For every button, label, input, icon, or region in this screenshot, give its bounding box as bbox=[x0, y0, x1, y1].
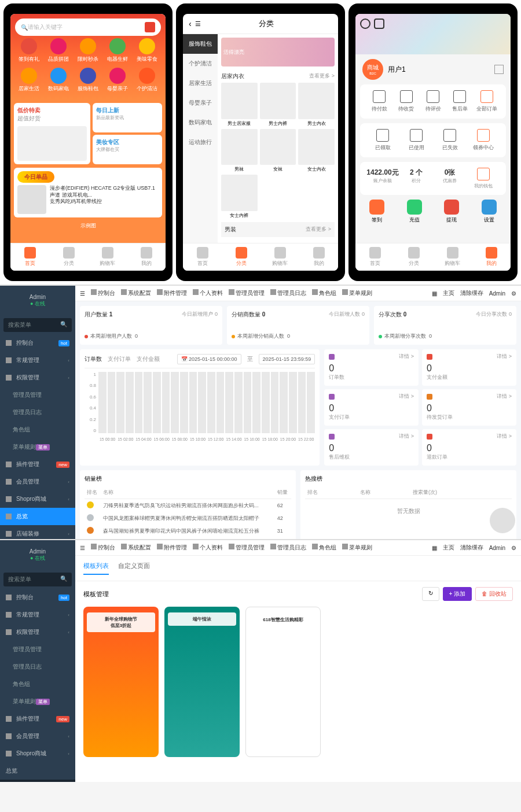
sidebar-subitem[interactable]: 菜单规则菜单 bbox=[0, 438, 75, 456]
mini-stat[interactable]: 详情 >0退款订单 bbox=[422, 429, 516, 466]
category-item[interactable]: 签到有礼 bbox=[15, 38, 42, 63]
more-link[interactable]: 查看更多 > bbox=[309, 72, 335, 80]
sidebar-item[interactable]: 会员管理‹ bbox=[0, 728, 75, 745]
action-充值[interactable]: 充值 bbox=[398, 200, 432, 224]
action-提现[interactable]: 提现 bbox=[435, 200, 469, 224]
date-to[interactable]: 2025-01-15 23:59:59 bbox=[259, 354, 315, 364]
order-status[interactable]: 售后单 bbox=[446, 90, 473, 113]
back-icon[interactable]: ‹ bbox=[189, 19, 192, 28]
topbar-link[interactable]: 清除缓存 bbox=[460, 289, 483, 297]
topbar-link[interactable]: 管理员日志 bbox=[270, 544, 306, 551]
action-设置[interactable]: 设置 bbox=[472, 200, 507, 224]
product-item[interactable]: 男袜 bbox=[221, 129, 258, 173]
sidebar-item[interactable]: 控制台hot bbox=[0, 334, 75, 352]
coupon-status[interactable]: 已使用 bbox=[399, 129, 433, 152]
mini-stat[interactable]: 详情 >0售后维权 bbox=[324, 429, 419, 466]
side-cat[interactable]: 个护清洁 bbox=[183, 54, 218, 73]
tab-购物车[interactable]: 购物车 bbox=[433, 247, 472, 267]
template-card[interactable]: 新年全球购物节低至3折起 bbox=[83, 607, 159, 757]
sidebar-item[interactable]: 权限管理‹ bbox=[0, 623, 75, 641]
product-item[interactable]: 男士居家服 bbox=[221, 83, 258, 127]
add-button[interactable]: + 添加 bbox=[443, 587, 472, 601]
tab-我的[interactable]: 我的 bbox=[299, 247, 338, 267]
grid-icon[interactable]: ▦ bbox=[432, 290, 437, 297]
menu-toggle-icon[interactable]: ☰ bbox=[80, 290, 85, 297]
product-item[interactable]: 男士内衣 bbox=[298, 83, 335, 127]
category-item[interactable]: 服饰鞋包 bbox=[74, 68, 101, 93]
order-status[interactable]: 待付款 bbox=[366, 90, 392, 113]
menu-search[interactable]: 搜索菜单🔍 bbox=[3, 573, 72, 586]
product-item[interactable]: 女士内裤 bbox=[221, 175, 258, 219]
tab-我的[interactable]: 我的 bbox=[472, 247, 511, 267]
refresh-button[interactable]: ↻ bbox=[422, 587, 439, 601]
avatar[interactable]: 商城B2C bbox=[362, 59, 383, 80]
topbar-link[interactable]: Admin bbox=[489, 545, 505, 551]
topbar-link[interactable]: 管理员管理 bbox=[229, 544, 265, 551]
settings-icon[interactable]: ⚙ bbox=[511, 545, 516, 551]
topbar-link[interactable]: 控制台 bbox=[91, 290, 115, 296]
side-cat[interactable]: 数码家电 bbox=[183, 113, 218, 132]
sidebar-subitem[interactable]: 管理员日志 bbox=[0, 658, 75, 676]
topbar-link[interactable]: 控制台 bbox=[91, 544, 115, 551]
chart-tab[interactable]: 支付金额 bbox=[137, 355, 160, 363]
category-banner[interactable]: 活得漂亮 bbox=[221, 38, 335, 67]
promo-card[interactable]: 每日上新新品最新资讯 bbox=[93, 103, 162, 132]
topbar-link[interactable]: 系统配置 bbox=[121, 544, 151, 551]
sidebar-subitem[interactable]: 管理员管理 bbox=[0, 641, 75, 658]
topbar-link[interactable]: 个人资料 bbox=[193, 290, 223, 296]
wallet-item[interactable]: 0张优惠券 bbox=[433, 168, 467, 189]
template-card[interactable]: 618智慧生活购精彩 bbox=[245, 607, 321, 757]
topbar-link[interactable]: 主页 bbox=[443, 544, 454, 552]
sidebar-subitem[interactable]: 角色组 bbox=[0, 421, 75, 438]
sidebar-item[interactable]: 总览 bbox=[0, 508, 75, 525]
side-cat[interactable]: 居家生活 bbox=[183, 73, 218, 93]
tab-首页[interactable]: 首页 bbox=[183, 247, 222, 267]
sidebar-item[interactable]: Shopro商城‹ bbox=[0, 490, 75, 508]
date-from[interactable]: 📅 2025-01-15 00:00:00 bbox=[177, 354, 241, 364]
sale-card[interactable]: 低价特卖 超值好货 bbox=[14, 103, 90, 164]
qr-icon[interactable] bbox=[494, 65, 504, 74]
tab-custom[interactable]: 自定义页面 bbox=[118, 562, 150, 575]
sidebar-subitem[interactable]: 管理员管理 bbox=[0, 386, 75, 404]
category-item[interactable]: 数码家电 bbox=[45, 68, 72, 93]
product-item[interactable]: 女袜 bbox=[260, 129, 296, 173]
grid-icon[interactable]: ▦ bbox=[432, 545, 437, 551]
topbar-link[interactable]: 角色组 bbox=[312, 544, 336, 551]
topbar-link[interactable]: 主页 bbox=[443, 289, 454, 297]
sidebar-item[interactable]: 插件管理new bbox=[0, 456, 75, 473]
action-签到[interactable]: 签到 bbox=[360, 200, 394, 224]
side-cat[interactable]: 服饰鞋包 bbox=[183, 34, 218, 54]
sidebar-item[interactable]: 常规管理‹ bbox=[0, 606, 75, 623]
topbar-link[interactable]: 系统配置 bbox=[121, 290, 151, 296]
tab-分类[interactable]: 分类 bbox=[394, 247, 433, 267]
mini-stat[interactable]: 详情 >0支付金额 bbox=[422, 349, 516, 386]
menu-search[interactable]: 搜索菜单🔍 bbox=[3, 318, 72, 332]
calendar-icon[interactable] bbox=[145, 22, 155, 32]
wallet-item[interactable]: 1422.00元账户余额 bbox=[366, 168, 399, 189]
tab-templates[interactable]: 模板列表 bbox=[83, 562, 109, 575]
template-card[interactable]: 端午情浓 bbox=[164, 607, 240, 757]
topbar-link[interactable]: 附件管理 bbox=[157, 290, 187, 296]
topbar-link[interactable]: 清除缓存 bbox=[460, 544, 483, 552]
sidebar-subitem[interactable]: 管理员日志 bbox=[0, 404, 75, 421]
sidebar-item[interactable]: 权限管理‹ bbox=[0, 369, 75, 386]
topbar-link[interactable]: 附件管理 bbox=[157, 544, 187, 551]
mini-stat[interactable]: 详情 >0订单数 bbox=[324, 349, 419, 386]
sidebar-item[interactable]: Shopro商城‹ bbox=[0, 745, 75, 762]
today-deal[interactable]: 今日单品 漫步者(EDIFIER) HECATE G2专业版 USB7.1声道 … bbox=[14, 168, 162, 217]
topbar-link[interactable]: 菜单规则 bbox=[342, 544, 372, 551]
topbar-link[interactable]: 个人资料 bbox=[193, 544, 223, 551]
tab-购物车[interactable]: 购物车 bbox=[260, 247, 299, 267]
category-item[interactable]: 母婴亲子 bbox=[104, 68, 131, 93]
product-item[interactable]: 男士内裤 bbox=[260, 83, 296, 127]
sidebar-item[interactable]: 总览 bbox=[0, 762, 75, 780]
mini-stat[interactable]: 详情 >0待发货订单 bbox=[422, 389, 516, 426]
grid-icon[interactable] bbox=[374, 19, 384, 29]
tab-首页[interactable]: 首页 bbox=[355, 247, 394, 267]
settings-icon[interactable]: ⚙ bbox=[511, 290, 516, 297]
coupon-status[interactable]: 领券中心 bbox=[467, 129, 500, 152]
topbar-link[interactable]: 角色组 bbox=[312, 290, 336, 296]
message-icon[interactable] bbox=[360, 19, 370, 29]
order-status[interactable]: 待评价 bbox=[420, 90, 446, 113]
chart-tab[interactable]: 订单数 bbox=[85, 355, 102, 363]
